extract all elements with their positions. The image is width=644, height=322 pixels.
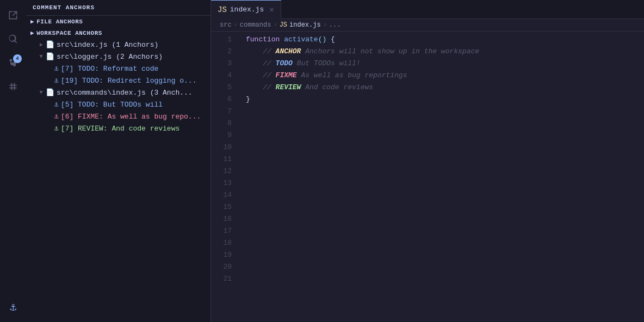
code-content[interactable]: function activate() { // ANCHOR Anchors … <box>237 32 644 322</box>
anchor-icon-fixme-6: ⚓ <box>54 112 59 121</box>
file-icon-commands: 📄 <box>46 88 54 97</box>
code-line-6: // FIXME As well as bug reportings <box>246 70 644 82</box>
file-anchors-arrow: ▶ <box>30 18 34 25</box>
tab-js-icon: JS <box>218 5 227 14</box>
anchor-label-todo-7: [7] TODO: Reformat code <box>61 65 158 73</box>
explorer-icon[interactable] <box>2 4 24 26</box>
breadcrumb-file[interactable]: index.js <box>289 21 321 29</box>
tab-close-button[interactable]: ✕ <box>269 5 274 14</box>
code-line-5: // TODO But TODOs will! <box>246 58 644 70</box>
breadcrumb-sep-2: › <box>273 21 277 29</box>
file-item-index-arrow: ▶ <box>37 40 46 49</box>
file-icon: 📄 <box>46 40 54 49</box>
file-anchors-label: FILE ANCHORS <box>36 18 83 25</box>
anchor-item-review-7[interactable]: ⚓ [7] REVIEW: And code reviews <box>26 122 210 134</box>
breadcrumb: src › commands › JS index.js › ... <box>211 19 644 32</box>
file-icon-logger: 📄 <box>46 52 54 61</box>
breadcrumb-sep-3: › <box>323 21 327 29</box>
activity-bottom: ⚓ <box>2 296 24 318</box>
scm-badge: 4 <box>13 54 22 63</box>
anchor-label-fixme-6: [6] FIXME: As well as bug repo... <box>61 113 201 121</box>
sidebar: Comment Anchors ▶ FILE ANCHORS ▶ WORKSPA… <box>26 0 211 322</box>
anchor-extension-icon[interactable]: ⚓ <box>2 296 24 318</box>
anchor-icon-todo-19: ⚓ <box>54 76 59 85</box>
sidebar-header: Comment Anchors <box>26 0 210 16</box>
workspace-anchors-section[interactable]: ▶ WORKSPACE ANCHORS <box>26 27 210 39</box>
tab-index-js[interactable]: JS index.js ✕ <box>211 0 281 19</box>
activity-bar: 4 ⚓ <box>0 0 26 322</box>
anchor-item-todo-7[interactable]: ⚓ [7] TODO: Reformat code <box>26 63 210 75</box>
anchor-item-fixme-6[interactable]: ⚓ [6] FIXME: As well as bug repo... <box>26 110 210 122</box>
anchor-item-todo-19[interactable]: ⚓ [19] TODO: Redirect logging o... <box>26 75 210 86</box>
tab-bar: JS index.js ✕ <box>211 0 644 19</box>
code-line-3: // ANCHOR Anchors will not show up in th… <box>246 46 644 58</box>
file-item-index-label: src\index.js (1 Anchors) <box>57 41 158 49</box>
file-item-logger-arrow: ▶ <box>37 52 46 61</box>
line-numbers: 12345 678910 1112131415 1617181920 21 <box>211 32 237 322</box>
anchor-item-todo-5[interactable]: ⚓ [5] TODO: But TODOs will <box>26 98 210 110</box>
file-anchors-section[interactable]: ▶ FILE ANCHORS <box>26 16 210 27</box>
workspace-anchors-label: WORKSPACE ANCHORS <box>36 30 102 36</box>
file-item-logger-label: src\logger.js (2 Anchors) <box>57 53 163 61</box>
search-icon[interactable] <box>2 28 24 50</box>
workspace-anchors-arrow: ▶ <box>30 29 34 36</box>
breadcrumb-js-icon: JS <box>280 21 287 29</box>
file-item-commands-arrow: ▶ <box>37 88 46 97</box>
file-item-logger[interactable]: ▶ 📄 src\logger.js (2 Anchors) <box>26 51 210 63</box>
file-item-index[interactable]: ▶ 📄 src\index.js (1 Anchors) <box>26 39 210 51</box>
anchor-icon-review-7: ⚓ <box>54 124 59 133</box>
breadcrumb-more[interactable]: ... <box>329 21 341 29</box>
code-line-9: } <box>246 94 644 106</box>
file-item-commands-label: src\commands\index.js (3 Anch... <box>57 89 193 97</box>
main-editor-area: JS index.js ✕ src › commands › JS index.… <box>211 0 644 322</box>
breadcrumb-src[interactable]: src <box>220 21 232 29</box>
scm-icon[interactable]: 4 <box>2 52 24 74</box>
file-item-commands-index[interactable]: ▶ 📄 src\commands\index.js (3 Anch... <box>26 86 210 98</box>
anchor-label-todo-5: [5] TODO: But TODOs will <box>61 101 163 109</box>
code-editor[interactable]: 12345 678910 1112131415 1617181920 21 fu… <box>211 32 644 322</box>
anchor-label-todo-19: [19] TODO: Redirect logging o... <box>61 77 197 85</box>
code-line-1: function activate() { <box>246 34 644 46</box>
anchor-label-review-7: [7] REVIEW: And code reviews <box>61 125 179 133</box>
breadcrumb-sep-1: › <box>234 21 238 29</box>
anchor-icon-todo-7: ⚓ <box>54 64 59 73</box>
extensions-icon[interactable] <box>2 76 24 98</box>
tab-label: index.js <box>230 5 264 14</box>
anchor-icon-todo-5: ⚓ <box>54 100 59 109</box>
code-line-7: // REVIEW And code reviews <box>246 82 644 94</box>
breadcrumb-commands[interactable]: commands <box>240 21 271 29</box>
